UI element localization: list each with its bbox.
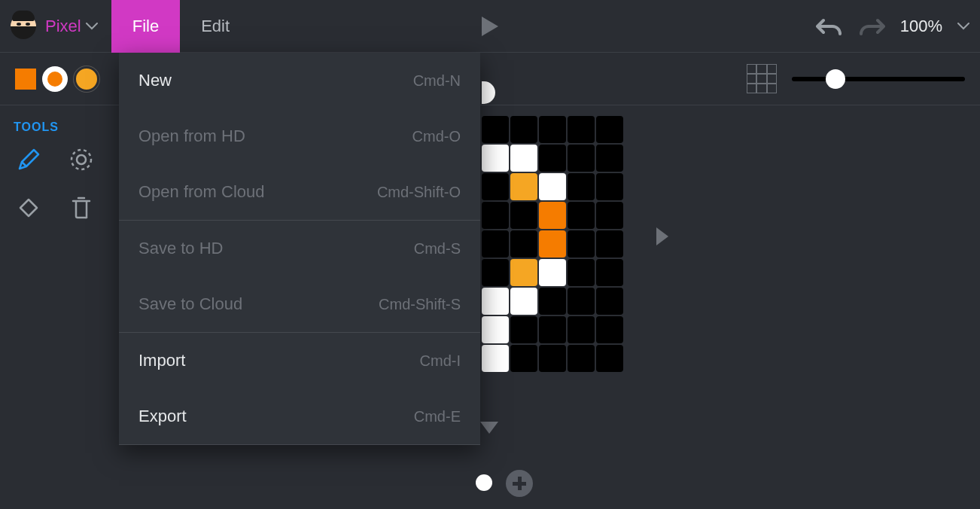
avatar[interactable] bbox=[11, 14, 36, 39]
pixel-cell[interactable] bbox=[539, 145, 566, 172]
pixel-cell[interactable] bbox=[596, 202, 623, 229]
svg-point-0 bbox=[77, 155, 86, 164]
color-swatch-ring[interactable] bbox=[42, 66, 68, 92]
pixel-cell[interactable] bbox=[510, 288, 537, 315]
zoom-slider[interactable] bbox=[792, 77, 965, 81]
pixel-cell[interactable] bbox=[539, 288, 566, 315]
pixel-cell[interactable] bbox=[482, 145, 509, 172]
expand-down-icon[interactable] bbox=[479, 420, 500, 438]
play-icon[interactable] bbox=[480, 15, 500, 38]
pencil-tool-icon[interactable] bbox=[14, 145, 44, 175]
file-menu-import[interactable]: ImportCmd-I bbox=[119, 333, 480, 389]
pixel-cell[interactable] bbox=[568, 230, 595, 258]
pixel-cell[interactable] bbox=[482, 116, 509, 143]
color-swatch-circle[interactable] bbox=[74, 66, 99, 92]
file-menu-open-hd[interactable]: Open from HDCmd-O bbox=[119, 108, 480, 164]
menu-file[interactable]: File bbox=[111, 0, 180, 53]
pixel-cell[interactable] bbox=[596, 173, 623, 200]
pixel-cell[interactable] bbox=[539, 173, 566, 200]
tools-heading: TOOLS bbox=[14, 120, 107, 134]
timeline-playhead[interactable] bbox=[476, 474, 492, 491]
chevron-down-icon[interactable] bbox=[86, 20, 98, 33]
tools-panel: TOOLS bbox=[0, 105, 120, 256]
pixel-cell[interactable] bbox=[596, 145, 623, 172]
color-swatch-square[interactable] bbox=[15, 69, 36, 90]
pixel-cell[interactable] bbox=[568, 202, 595, 229]
slider-thumb[interactable] bbox=[826, 69, 845, 89]
mode-dropdown-label[interactable]: Pixel bbox=[45, 17, 81, 36]
pixel-cell[interactable] bbox=[568, 145, 595, 172]
zoom-level[interactable]: 100% bbox=[900, 17, 942, 36]
menu-edit[interactable]: Edit bbox=[180, 0, 251, 53]
pixel-cell[interactable] bbox=[539, 230, 566, 258]
undo-icon[interactable] bbox=[816, 16, 843, 37]
pixel-cell[interactable] bbox=[482, 173, 509, 200]
pixel-cell[interactable] bbox=[596, 316, 623, 343]
pixel-cell[interactable] bbox=[510, 173, 537, 200]
next-frame-icon[interactable] bbox=[655, 226, 670, 250]
svg-point-1 bbox=[72, 150, 91, 169]
redo-icon[interactable] bbox=[858, 16, 885, 37]
file-dropdown: NewCmd-N Open from HDCmd-O Open from Clo… bbox=[119, 53, 480, 445]
pixel-cell[interactable] bbox=[568, 173, 595, 200]
file-menu-save-hd[interactable]: Save to HDCmd-S bbox=[119, 221, 480, 276]
file-menu-export[interactable]: ExportCmd-E bbox=[119, 389, 480, 444]
pixel-cell[interactable] bbox=[539, 259, 566, 286]
eraser-tool-icon[interactable] bbox=[14, 193, 44, 223]
pixel-cell[interactable] bbox=[568, 316, 595, 343]
pixel-cell[interactable] bbox=[596, 230, 623, 258]
pixel-cell[interactable] bbox=[568, 259, 595, 286]
pixel-cell[interactable] bbox=[510, 145, 537, 172]
menu-separator bbox=[119, 444, 480, 445]
pixel-canvas[interactable] bbox=[482, 116, 623, 372]
file-menu-save-cloud[interactable]: Save to CloudCmd-Shift-S bbox=[119, 276, 480, 332]
top-menu-bar: Pixel File Edit 100% bbox=[0, 0, 980, 53]
pixel-cell[interactable] bbox=[482, 288, 509, 315]
pixel-cell[interactable] bbox=[510, 316, 537, 343]
chevron-down-icon[interactable] bbox=[957, 20, 969, 33]
pixel-cell[interactable] bbox=[510, 259, 537, 286]
add-frame-button[interactable] bbox=[506, 470, 533, 497]
pixel-cell[interactable] bbox=[482, 230, 509, 258]
pixel-cell[interactable] bbox=[510, 202, 537, 229]
pixel-cell[interactable] bbox=[568, 288, 595, 315]
pixel-cell[interactable] bbox=[539, 316, 566, 343]
pixel-cell[interactable] bbox=[482, 259, 509, 286]
pixel-cell[interactable] bbox=[568, 116, 595, 143]
grid-toggle-icon[interactable] bbox=[747, 64, 777, 94]
pixel-cell[interactable] bbox=[568, 345, 595, 372]
pixel-cell[interactable] bbox=[539, 116, 566, 143]
pixel-cell[interactable] bbox=[482, 316, 509, 343]
pixel-cell[interactable] bbox=[596, 259, 623, 286]
pixel-cell[interactable] bbox=[596, 116, 623, 143]
pixel-cell[interactable] bbox=[510, 230, 537, 258]
pixel-cell[interactable] bbox=[596, 345, 623, 372]
pixel-cell[interactable] bbox=[596, 288, 623, 315]
pixel-cell[interactable] bbox=[510, 345, 537, 372]
pixel-cell[interactable] bbox=[539, 345, 566, 372]
trash-tool-icon[interactable] bbox=[66, 193, 96, 223]
file-menu-open-cloud[interactable]: Open from CloudCmd-Shift-O bbox=[119, 164, 480, 220]
file-menu-new[interactable]: NewCmd-N bbox=[119, 53, 480, 108]
pixel-cell[interactable] bbox=[510, 116, 537, 143]
pixel-cell[interactable] bbox=[539, 202, 566, 229]
pixel-cell[interactable] bbox=[482, 345, 509, 372]
gear-tool-icon[interactable] bbox=[66, 145, 96, 175]
pixel-cell[interactable] bbox=[482, 202, 509, 229]
